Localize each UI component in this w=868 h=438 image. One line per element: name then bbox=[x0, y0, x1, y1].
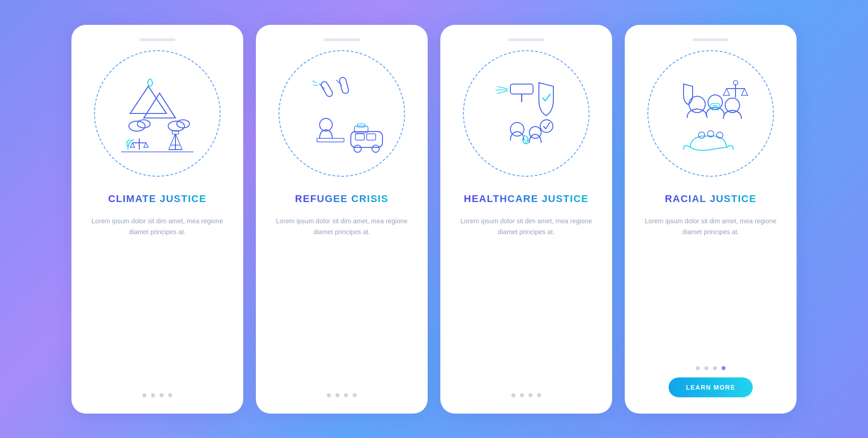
svg-line-19 bbox=[312, 81, 317, 83]
healthcare-justice-dots bbox=[511, 393, 541, 397]
learn-more-button[interactable]: LEARN MORE bbox=[669, 377, 752, 397]
svg-rect-32 bbox=[367, 134, 376, 140]
svg-rect-27 bbox=[358, 124, 365, 127]
dot-1 bbox=[327, 393, 331, 397]
card-notch bbox=[693, 38, 729, 41]
card-racial-justice: RACIAL JUSTICE Lorem ipsum dolor sit dim… bbox=[625, 25, 797, 414]
dot-3 bbox=[528, 393, 533, 397]
svg-line-37 bbox=[497, 91, 508, 94]
dot-2 bbox=[520, 393, 524, 397]
racial-justice-title: RACIAL JUSTICE bbox=[665, 193, 757, 205]
dot-2 bbox=[151, 393, 155, 397]
card-healthcare-justice: HEALTHCARE JUSTICE Lorem ipsum dolor sit… bbox=[440, 25, 612, 414]
svg-point-25 bbox=[372, 145, 379, 152]
racial-justice-dots bbox=[696, 366, 726, 370]
racial-justice-text: Lorem ipsum dolor sit dim amet, mea regi… bbox=[639, 216, 782, 238]
refugee-crisis-dots bbox=[327, 393, 357, 397]
svg-point-41 bbox=[540, 120, 553, 132]
dot-3 bbox=[160, 393, 164, 397]
svg-rect-15 bbox=[320, 80, 334, 97]
dot-3 bbox=[344, 393, 348, 397]
svg-line-11 bbox=[175, 134, 182, 150]
climate-justice-illustration bbox=[94, 50, 221, 177]
svg-point-4 bbox=[168, 121, 184, 131]
climate-justice-text: Lorem ipsum dolor sit dim amet, mea regi… bbox=[86, 216, 229, 238]
climate-justice-dots bbox=[142, 393, 172, 397]
card-refugee-crisis: REFUGEE CRISIS Lorem ipsum dolor sit dim… bbox=[256, 25, 428, 414]
refugee-crisis-title: REFUGEE CRISIS bbox=[295, 193, 389, 205]
racial-justice-illustration bbox=[647, 50, 774, 177]
card-notch bbox=[508, 38, 544, 41]
svg-point-24 bbox=[354, 145, 361, 152]
dot-1 bbox=[696, 366, 700, 370]
healthcare-justice-text: Lorem ipsum dolor sit dim amet, mea regi… bbox=[455, 216, 598, 238]
svg-line-16 bbox=[319, 84, 325, 89]
dot-2 bbox=[704, 366, 708, 370]
card-climate-justice: CLIMATE JUSTICE Lorem ipsum dolor sit di… bbox=[71, 25, 243, 414]
healthcare-justice-illustration bbox=[463, 50, 590, 177]
svg-line-10 bbox=[169, 134, 175, 150]
dot-4 bbox=[168, 393, 172, 397]
dot-4 bbox=[537, 393, 541, 397]
dot-1 bbox=[511, 393, 515, 397]
svg-marker-1 bbox=[144, 93, 175, 118]
healthcare-justice-title: HEALTHCARE JUSTICE bbox=[464, 193, 589, 205]
svg-rect-31 bbox=[355, 134, 364, 140]
svg-line-18 bbox=[336, 80, 342, 85]
refugee-crisis-illustration bbox=[278, 50, 405, 177]
card-notch bbox=[139, 38, 175, 41]
dot-4-active bbox=[722, 366, 726, 370]
refugee-crisis-text: Lorem ipsum dolor sit dim amet, mea regi… bbox=[270, 216, 413, 238]
card-notch bbox=[324, 38, 360, 41]
svg-point-21 bbox=[320, 118, 332, 131]
dot-3 bbox=[713, 366, 717, 370]
svg-line-35 bbox=[497, 86, 508, 89]
svg-point-51 bbox=[698, 132, 705, 138]
svg-marker-0 bbox=[130, 86, 166, 113]
svg-rect-22 bbox=[317, 138, 344, 142]
climate-justice-title: CLIMATE JUSTICE bbox=[108, 193, 207, 205]
svg-rect-17 bbox=[339, 76, 349, 94]
svg-rect-33 bbox=[510, 84, 533, 94]
svg-point-2 bbox=[129, 121, 145, 131]
svg-line-20 bbox=[313, 85, 318, 85]
cards-container: CLIMATE JUSTICE Lorem ipsum dolor sit di… bbox=[53, 7, 815, 432]
dot-2 bbox=[335, 393, 340, 397]
dot-1 bbox=[142, 393, 146, 397]
dot-4 bbox=[353, 393, 357, 397]
